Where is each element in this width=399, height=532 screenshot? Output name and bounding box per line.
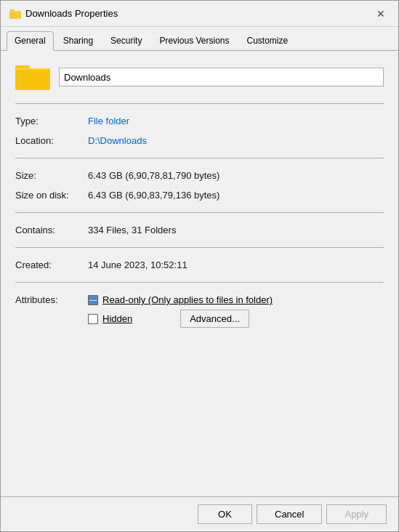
tabs-bar: General Sharing Security Previous Versio… xyxy=(1,27,398,51)
ok-button[interactable]: OK xyxy=(198,504,252,524)
divider-1 xyxy=(15,103,384,104)
dialog-window: Downloads Properties ✕ General Sharing S… xyxy=(0,0,399,532)
tab-sharing[interactable]: Sharing xyxy=(55,31,101,50)
close-button[interactable]: ✕ xyxy=(372,5,390,23)
title-folder-icon xyxy=(9,8,21,20)
location-value: D:\Downloads xyxy=(88,135,147,146)
size-label: Size: xyxy=(15,170,88,181)
folder-name-input[interactable] xyxy=(59,68,384,86)
size-value: 6.43 GB (6,90,78,81,790 bytes) xyxy=(88,170,219,181)
cancel-button[interactable]: Cancel xyxy=(257,504,322,524)
readonly-row: — Read-only (Only applies to files in fo… xyxy=(88,294,273,305)
hidden-label: Hidden xyxy=(102,313,132,324)
contains-label: Contains: xyxy=(15,225,88,235)
svg-rect-3 xyxy=(9,12,21,18)
tab-security[interactable]: Security xyxy=(102,31,150,50)
location-label: Location: xyxy=(15,135,88,146)
size-disk-label: Size on disk: xyxy=(15,190,88,201)
window-title: Downloads Properties xyxy=(25,8,118,19)
divider-5 xyxy=(15,282,384,283)
bottom-bar: OK Cancel Apply xyxy=(1,496,398,531)
created-row: Created: 14 June 2023, 10:52:11 xyxy=(15,255,384,275)
location-row: Location: D:\Downloads xyxy=(15,131,384,150)
tab-customize[interactable]: Customize xyxy=(238,31,296,50)
created-label: Created: xyxy=(15,259,88,270)
hidden-row: Hidden Advanced... xyxy=(88,310,273,328)
tab-content-general: Type: File folder Location: D:\Downloads… xyxy=(1,51,398,496)
tab-previous-versions[interactable]: Previous Versions xyxy=(151,31,237,50)
divider-4 xyxy=(15,247,384,248)
divider-3 xyxy=(15,212,384,213)
contains-value: 334 Files, 31 Folders xyxy=(88,225,176,235)
contains-row: Contains: 334 Files, 31 Folders xyxy=(15,220,384,240)
divider-2 xyxy=(15,158,384,158)
attributes-label: Attributes: xyxy=(15,294,88,305)
apply-button[interactable]: Apply xyxy=(326,504,387,524)
readonly-label: Read-only (Only applies to files in fold… xyxy=(102,294,273,305)
type-label: Type: xyxy=(15,116,88,126)
hidden-checkbox[interactable] xyxy=(88,314,98,324)
type-row: Type: File folder xyxy=(15,111,384,131)
tab-general[interactable]: General xyxy=(7,31,54,51)
size-disk-row: Size on disk: 6.43 GB (6,90,83,79,136 by… xyxy=(15,185,384,205)
folder-icon-large xyxy=(15,63,50,92)
size-disk-value: 6.43 GB (6,90,83,79,136 bytes) xyxy=(88,190,219,201)
folder-name-row xyxy=(15,63,384,92)
type-value: File folder xyxy=(88,116,129,126)
title-bar-left: Downloads Properties xyxy=(9,8,118,20)
attributes-controls: — Read-only (Only applies to files in fo… xyxy=(88,294,273,328)
advanced-button[interactable]: Advanced... xyxy=(180,310,249,328)
size-row: Size: 6.43 GB (6,90,78,81,790 bytes) xyxy=(15,166,384,185)
title-bar: Downloads Properties ✕ xyxy=(1,1,398,27)
svg-rect-8 xyxy=(15,69,50,90)
readonly-checkmark: — xyxy=(89,297,97,304)
created-value: 14 June 2023, 10:52:11 xyxy=(88,259,188,270)
attributes-row: Attributes: — Read-only (Only applies to… xyxy=(15,290,384,332)
readonly-checkbox[interactable]: — xyxy=(88,295,98,305)
